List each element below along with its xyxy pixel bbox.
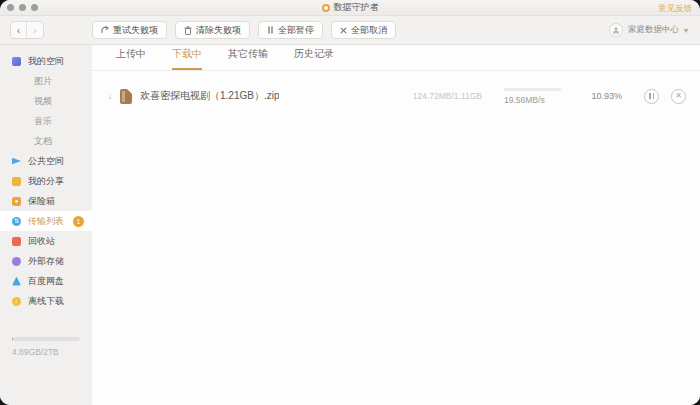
back-button[interactable]: ‹	[11, 22, 27, 38]
tab-downloading[interactable]: 下载中	[172, 47, 202, 70]
history-nav: ‹ ›	[10, 21, 44, 39]
storage-usage-bar	[12, 337, 80, 341]
transfer-tabs: 上传中 下载中 其它传输 历史记录	[92, 45, 700, 71]
account-menu[interactable]: 家庭数据中心 ▾	[609, 23, 688, 37]
clear-failed-button[interactable]: 清除失败项	[175, 21, 250, 39]
sidebar: 我的空间 图片 视频 音乐 文档 公共空间 我的分享 ● 保险箱 ⇅ 传输列表 …	[0, 45, 92, 405]
retry-icon	[101, 26, 109, 34]
feedback-link[interactable]: 意见反馈	[658, 3, 692, 15]
trash-icon	[184, 26, 192, 35]
public-space-icon	[12, 157, 21, 166]
close-icon: ✕	[675, 92, 682, 100]
tab-history[interactable]: 历史记录	[294, 47, 334, 70]
close-window-button[interactable]	[7, 4, 14, 11]
minimize-window-button[interactable]	[19, 4, 26, 11]
storage-summary: 4.89GB/2TB	[0, 337, 92, 357]
pause-all-button[interactable]: 全部暂停	[258, 21, 323, 39]
tab-other-transfers[interactable]: 其它传输	[228, 47, 268, 70]
sidebar-item-public-space[interactable]: 公共空间	[0, 151, 92, 171]
sidebar-item-recycle-bin[interactable]: 回收站	[0, 231, 92, 251]
sidebar-item-safebox[interactable]: ● 保险箱	[0, 191, 92, 211]
download-filename: 欢喜密探电视剧（1.21GB）.zip	[140, 89, 279, 103]
pause-icon	[267, 26, 274, 34]
sidebar-item-baidu-netdisk[interactable]: 百度网盘	[0, 271, 92, 291]
sidebar-item-pictures[interactable]: 图片	[0, 71, 92, 91]
download-direction-icon: ↓	[104, 91, 116, 101]
sidebar-item-external-storage[interactable]: 外部存储	[0, 251, 92, 271]
storage-usage-label: 4.89GB/2TB	[12, 347, 80, 357]
sidebar-item-transfer-list[interactable]: ⇅ 传输列表 1	[0, 211, 92, 231]
app-logo-icon	[322, 4, 330, 12]
sidebar-item-offline-download[interactable]: ↓ 离线下载	[0, 291, 92, 311]
cancel-all-button[interactable]: 全部取消	[331, 21, 396, 39]
account-name: 家庭数据中心	[628, 24, 679, 36]
transfer-count-badge: 1	[73, 216, 84, 227]
transfer-list-icon: ⇅	[12, 217, 21, 226]
baidu-netdisk-icon	[12, 277, 21, 286]
sidebar-item-my-share[interactable]: 我的分享	[0, 171, 92, 191]
window-controls	[7, 4, 38, 11]
tab-uploading[interactable]: 上传中	[116, 47, 146, 70]
safebox-icon: ●	[12, 197, 21, 206]
retry-failed-button[interactable]: 重试失败项	[92, 21, 167, 39]
recycle-bin-icon	[12, 237, 21, 246]
offline-download-icon: ↓	[12, 297, 21, 306]
window-title: 数据守护者	[334, 1, 379, 14]
sidebar-item-videos[interactable]: 视频	[0, 91, 92, 111]
cancel-download-button[interactable]: ✕	[671, 89, 686, 104]
pause-download-button[interactable]	[644, 89, 659, 104]
app-window: 数据守护者 意见反馈 ‹ › 重试失败项 清除失败项	[0, 0, 700, 405]
zip-file-icon	[120, 89, 132, 104]
download-speed: 19.56MB/s	[504, 95, 562, 105]
main-panel: 上传中 下载中 其它传输 历史记录 ↓ 欢喜密探电视剧（1.21GB）.zip …	[92, 45, 700, 405]
sidebar-item-documents[interactable]: 文档	[0, 131, 92, 151]
my-space-icon	[12, 57, 21, 66]
cancel-icon	[340, 27, 347, 34]
download-percent: 10.93%	[580, 91, 622, 101]
toolbar: ‹ › 重试失败项 清除失败项 全部暂停	[0, 16, 700, 45]
sidebar-item-music[interactable]: 音乐	[0, 111, 92, 131]
forward-button[interactable]: ›	[27, 22, 43, 38]
my-share-icon	[12, 177, 21, 186]
download-row[interactable]: ↓ 欢喜密探电视剧（1.21GB）.zip 124.72MB/1.11GB 19…	[92, 79, 700, 113]
external-storage-icon	[12, 257, 21, 266]
chevron-down-icon: ▾	[684, 26, 688, 35]
user-avatar-icon	[609, 23, 623, 37]
progress-bar	[504, 88, 562, 91]
zoom-window-button[interactable]	[31, 4, 38, 11]
download-progress: 19.56MB/s	[504, 88, 562, 105]
pause-icon	[649, 93, 654, 99]
download-size: 124.72MB/1.11GB	[413, 91, 482, 101]
sidebar-item-my-space[interactable]: 我的空间	[0, 51, 92, 71]
titlebar: 数据守护者 意见反馈	[0, 0, 700, 16]
